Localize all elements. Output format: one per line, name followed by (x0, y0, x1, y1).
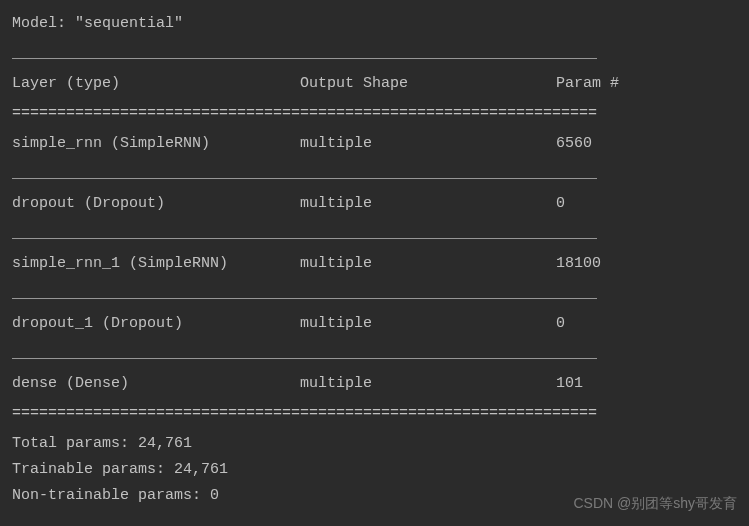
header-layer: Layer (type) (12, 72, 300, 96)
divider-line: ________________________________________… (12, 222, 737, 246)
table-row: dropout (Dropout) multiple 0 (12, 192, 737, 216)
table-row: dense (Dense) multiple 101 (12, 372, 737, 396)
divider-line: ========================================… (12, 402, 737, 426)
cell-param: 18100 (556, 252, 737, 276)
table-row: simple_rnn_1 (SimpleRNN) multiple 18100 (12, 252, 737, 276)
cell-param: 0 (556, 192, 737, 216)
table-header: Layer (type) Output Shape Param # (12, 72, 737, 96)
divider-line: ________________________________________… (12, 162, 737, 186)
divider-line: ========================================… (12, 102, 737, 126)
table-row: dropout_1 (Dropout) multiple 0 (12, 312, 737, 336)
cell-param: 6560 (556, 132, 737, 156)
cell-layer: simple_rnn_1 (SimpleRNN) (12, 252, 300, 276)
cell-output: multiple (300, 252, 556, 276)
trainable-params: Trainable params: 24,761 (12, 458, 737, 482)
cell-layer: dropout (Dropout) (12, 192, 300, 216)
cell-output: multiple (300, 312, 556, 336)
cell-layer: dense (Dense) (12, 372, 300, 396)
cell-layer: simple_rnn (SimpleRNN) (12, 132, 300, 156)
cell-output: multiple (300, 132, 556, 156)
cell-param: 0 (556, 312, 737, 336)
divider-line: ________________________________________… (12, 42, 737, 66)
header-param: Param # (556, 72, 737, 96)
divider-line: ________________________________________… (12, 342, 737, 366)
cell-output: multiple (300, 192, 556, 216)
divider-line: ________________________________________… (12, 514, 737, 526)
watermark: CSDN @别团等shy哥发育 (573, 492, 737, 514)
table-row: simple_rnn (SimpleRNN) multiple 6560 (12, 132, 737, 156)
header-output: Output Shape (300, 72, 556, 96)
cell-param: 101 (556, 372, 737, 396)
divider-line: ________________________________________… (12, 282, 737, 306)
cell-output: multiple (300, 372, 556, 396)
total-params: Total params: 24,761 (12, 432, 737, 456)
cell-layer: dropout_1 (Dropout) (12, 312, 300, 336)
model-name: Model: "sequential" (12, 12, 737, 36)
